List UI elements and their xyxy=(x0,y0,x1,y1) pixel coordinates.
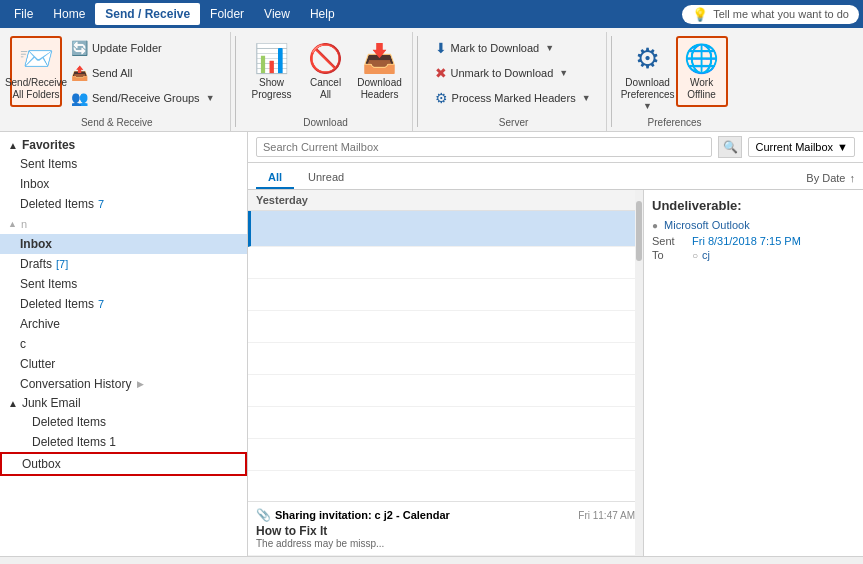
sidebar-item-inbox[interactable]: Inbox xyxy=(0,234,247,254)
email-item-bottom[interactable]: 📎 Sharing invitation: c j2 - Calendar Fr… xyxy=(248,501,643,556)
sidebar-item-clutter[interactable]: Clutter xyxy=(0,354,247,374)
to-radio: ○ xyxy=(692,250,698,261)
sidebar-item-sent[interactable]: Sent Items xyxy=(0,274,247,294)
send-all-label: Send All xyxy=(92,67,132,79)
download-headers-button[interactable]: 📥 DownloadHeaders xyxy=(354,36,406,107)
sidebar-item-outbox[interactable]: Outbox xyxy=(0,452,247,476)
sidebar-item-conv-history[interactable]: Conversation History ▶ xyxy=(0,374,247,394)
tell-me-bar[interactable]: 💡 Tell me what you want to do xyxy=(682,5,859,24)
ribbon-separator-3 xyxy=(611,36,612,127)
menu-send-receive[interactable]: Send / Receive xyxy=(95,3,200,25)
deleted-label: Deleted Items xyxy=(20,297,94,311)
account-arrow: ▲ xyxy=(8,219,17,229)
mailbox-dropdown[interactable]: Current Mailbox ▼ xyxy=(748,137,855,157)
main-layout: ▲ Favorites Sent Items Inbox Deleted Ite… xyxy=(0,132,863,556)
junk-email-header[interactable]: ▲ Junk Email xyxy=(0,394,247,412)
download-prefs-icon: ⚙ xyxy=(635,42,660,75)
show-progress-button[interactable]: 📊 ShowProgress xyxy=(246,36,298,107)
search-button[interactable]: 🔍 xyxy=(718,136,742,158)
process-arrow[interactable]: ▼ xyxy=(580,93,593,103)
sort-label[interactable]: By Date xyxy=(806,172,845,184)
sidebar-item-deleted-fav[interactable]: Deleted Items 7 xyxy=(0,194,247,214)
process-marked-headers-button[interactable]: ⚙ Process Marked Headers ▼ xyxy=(428,86,600,110)
download-preferences-button[interactable]: ⚙ DownloadPreferences ▼ xyxy=(622,36,674,117)
ribbon: 📨 Send/ReceiveAll Folders 🔄 Update Folde… xyxy=(0,28,863,132)
empty-row xyxy=(248,247,643,279)
send-all-button[interactable]: 📤 Send All xyxy=(64,61,224,85)
groups-arrow[interactable]: ▼ xyxy=(204,93,217,103)
search-input[interactable] xyxy=(256,137,712,157)
account-divider[interactable]: ▲ n xyxy=(0,214,247,234)
cancel-all-label: CancelAll xyxy=(310,77,341,101)
ribbon-group-send-receive: 📨 Send/ReceiveAll Folders 🔄 Update Folde… xyxy=(4,32,231,131)
content-area: 🔍 Current Mailbox ▼ All Unread By Date ↑… xyxy=(248,132,863,556)
empty-row xyxy=(248,279,643,311)
empty-row xyxy=(248,407,643,439)
ribbon-row-prefs: ⚙ DownloadPreferences ▼ 🌐 WorkOffline xyxy=(622,32,728,117)
sent-label: Sent Items xyxy=(20,277,77,291)
ribbon-group-download: 📊 ShowProgress 🚫 CancelAll 📥 DownloadHea… xyxy=(240,32,413,131)
work-offline-button[interactable]: 🌐 WorkOffline xyxy=(676,36,728,107)
menu-folder[interactable]: Folder xyxy=(200,3,254,25)
ribbon-group-prefs-label: Preferences xyxy=(648,117,702,131)
deleted-badge: 7 xyxy=(98,298,104,310)
sidebar-item-inbox-fav[interactable]: Inbox xyxy=(0,174,247,194)
mark-download-icon: ⬇ xyxy=(435,40,447,56)
sort-arrow[interactable]: ↑ xyxy=(850,172,856,184)
send-receive-all-folders-button[interactable]: 📨 Send/ReceiveAll Folders xyxy=(10,36,62,107)
from-row: ● Microsoft Outlook xyxy=(652,219,855,231)
favorites-arrow: ▲ xyxy=(8,140,18,151)
status-bar xyxy=(0,556,863,564)
expand-icon: ▶ xyxy=(137,379,144,389)
download-headers-label: DownloadHeaders xyxy=(357,77,401,101)
sidebar-item-sent-items-fav[interactable]: Sent Items xyxy=(0,154,247,174)
scrollbar[interactable] xyxy=(635,190,643,556)
sidebar-item-drafts[interactable]: Drafts [7] xyxy=(0,254,247,274)
empty-row xyxy=(248,471,643,503)
mark-arrow[interactable]: ▼ xyxy=(543,43,556,53)
unmark-arrow[interactable]: ▼ xyxy=(557,68,570,78)
prefs-arrow[interactable]: ▼ xyxy=(641,101,654,111)
clutter-label: Clutter xyxy=(20,357,55,371)
to-value: cj xyxy=(702,249,710,261)
sidebar-item-deleted-3[interactable]: Deleted Items 1 xyxy=(0,432,247,452)
mark-to-download-button[interactable]: ⬇ Mark to Download ▼ xyxy=(428,36,600,60)
empty-row xyxy=(248,439,643,471)
cancel-all-button[interactable]: 🚫 CancelAll xyxy=(300,36,352,107)
lightbulb-icon: 💡 xyxy=(692,7,708,22)
sidebar-item-deleted-2[interactable]: Deleted Items xyxy=(0,412,247,432)
sent-items-fav-label: Sent Items xyxy=(20,157,77,171)
tab-all[interactable]: All xyxy=(256,167,294,189)
empty-row xyxy=(248,375,643,407)
unmark-to-download-button[interactable]: ✖ Unmark to Download ▼ xyxy=(428,61,600,85)
email-item-0[interactable] xyxy=(248,211,643,247)
sidebar-item-deleted[interactable]: Deleted Items 7 xyxy=(0,294,247,314)
deleted-2-label: Deleted Items xyxy=(32,415,106,429)
conv-history-label: Conversation History xyxy=(20,377,131,391)
tab-unread[interactable]: Unread xyxy=(296,167,356,189)
sidebar-item-archive[interactable]: Archive xyxy=(0,314,247,334)
menu-bar: File Home Send / Receive Folder View Hel… xyxy=(0,0,863,28)
send-receive-groups-button[interactable]: 👥 Send/Receive Groups ▼ xyxy=(64,86,224,110)
outbox-label: Outbox xyxy=(22,457,61,471)
ribbon-row-download: 📊 ShowProgress 🚫 CancelAll 📥 DownloadHea… xyxy=(246,32,406,117)
show-progress-icon: 📊 xyxy=(254,42,289,75)
sidebar-item-c[interactable]: c xyxy=(0,334,247,354)
update-folder-button[interactable]: 🔄 Update Folder xyxy=(64,36,224,60)
drafts-label: Drafts xyxy=(20,257,52,271)
download-preferences-label: DownloadPreferences xyxy=(621,77,675,101)
ribbon-row: 📨 Send/ReceiveAll Folders 🔄 Update Folde… xyxy=(10,32,224,117)
menu-file[interactable]: File xyxy=(4,3,43,25)
to-row: To ○ cj xyxy=(652,249,855,261)
scroll-thumb[interactable] xyxy=(636,201,642,261)
empty-row xyxy=(248,311,643,343)
bottom-date: Fri 11:47 AM xyxy=(578,510,635,521)
menu-home[interactable]: Home xyxy=(43,3,95,25)
junk-label: Junk Email xyxy=(22,396,81,410)
menu-help[interactable]: Help xyxy=(300,3,345,25)
mark-to-download-label: Mark to Download xyxy=(451,42,540,54)
process-marked-label: Process Marked Headers xyxy=(452,92,576,104)
ribbon-group-server: ⬇ Mark to Download ▼ ✖ Unmark to Downloa… xyxy=(422,32,607,131)
favorites-header[interactable]: ▲ Favorites xyxy=(0,136,247,154)
menu-view[interactable]: View xyxy=(254,3,300,25)
